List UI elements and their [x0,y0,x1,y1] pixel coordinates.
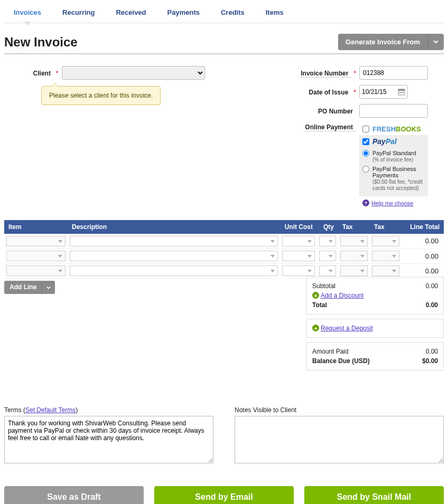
item-select[interactable] [6,236,66,246]
table-row: 0.00 [4,234,444,249]
total-value: 0.00 [426,301,438,309]
online-payment-label: Online Payment [305,123,356,131]
tax2-select[interactable] [372,236,399,246]
date-input[interactable] [362,86,397,98]
po-input[interactable] [359,104,428,118]
description-input[interactable] [70,251,278,261]
set-default-terms-link[interactable]: Set Default Terms [25,406,76,414]
help-me-choose-link[interactable]: Help me choose [371,200,414,206]
plus-icon: + [312,292,319,299]
item-select[interactable] [6,251,66,261]
request-deposit-link[interactable]: Request a Deposit [321,325,373,332]
tab-recurring[interactable]: Recurring [57,4,100,23]
qty-input[interactable] [319,236,336,246]
col-description: Description [68,220,280,234]
send-snail-button[interactable]: Send by Snail Mail [304,486,444,505]
paypal-standard-sub: (% of invoice fee) [372,157,413,163]
po-label: PO Number [318,108,356,115]
help-icon: ? [362,199,369,206]
tab-payments[interactable]: Payments [162,4,205,23]
terms-textarea[interactable] [4,416,213,463]
add-line-button[interactable]: Add Line [4,281,42,294]
invoice-number-label: Invoice Number [301,70,351,78]
tab-received[interactable]: Received [110,4,151,23]
balance-value: $0.00 [422,357,438,365]
total-label: Total [312,301,327,309]
send-email-button[interactable]: Send by Email [154,486,294,505]
qty-input[interactable] [319,265,336,276]
col-tax1: Tax [338,220,370,234]
tab-invoices[interactable]: Invoices [8,4,46,23]
line-total: 0.00 [402,249,444,263]
tax1-select[interactable] [340,265,368,276]
client-tooltip: Please select a client for this invoice. [41,86,161,105]
date-label: Date of Issue [309,89,352,96]
client-select[interactable] [62,66,205,80]
svg-rect-1 [398,89,405,91]
paypal-business-sub: ($0.50 flat fee, *credit cards not accep… [372,179,423,191]
generate-invoice-button[interactable]: Generate Invoice From [338,34,427,50]
description-input[interactable] [70,265,278,276]
terms-label: Terms (Set Default Terms) [4,406,213,414]
freshbooks-checkbox[interactable] [362,126,369,132]
leaf-icon [424,123,425,131]
payment-panel: FRESHBOOKS PayPal PayPal Standard (% of … [359,123,428,210]
amount-paid-label: Amount Paid [312,348,349,355]
col-qty: Qty [317,220,338,234]
required-marker: * [353,88,356,96]
table-row: 0.00 [4,249,444,263]
tax1-select[interactable] [340,251,368,261]
qty-input[interactable] [319,251,336,261]
invoice-number-input[interactable] [359,66,428,80]
freshbooks-logo: FRESHBOOKS [372,125,421,133]
tax2-select[interactable] [372,251,399,261]
paypal-standard-radio[interactable] [362,150,369,157]
svg-rect-2 [399,92,400,93]
notes-label: Notes Visible to Client [235,406,444,414]
tax2-select[interactable] [372,265,399,276]
paypal-logo: PayPal [372,137,397,146]
paypal-checkbox[interactable] [362,138,369,145]
notes-textarea[interactable] [235,416,444,463]
subtotal-label: Subtotal [312,282,335,290]
svg-rect-3 [401,92,402,93]
save-draft-button[interactable]: Save as Draft [4,486,144,505]
svg-rect-4 [403,92,404,93]
chevron-down-icon [46,286,51,290]
amount-paid-value: 0.00 [426,348,438,355]
required-marker: * [353,69,356,77]
nav-tabs: Invoices Recurring Received Payments Cre… [4,0,444,23]
unit-cost-input[interactable] [282,236,315,246]
balance-label: Balance Due (USD) [312,357,370,365]
paypal-business-label: PayPal Business Payments [372,166,416,178]
line-items-table: Item Description Unit Cost Qty Tax Tax L… [4,220,444,279]
table-row: 0.00 [4,263,444,278]
add-line-dropdown[interactable] [42,281,55,294]
tax1-select[interactable] [340,236,368,246]
col-item: Item [4,220,68,234]
col-unit-cost: Unit Cost [280,220,317,234]
chevron-down-icon [433,39,438,44]
generate-invoice-dropdown[interactable] [427,34,444,50]
tab-items[interactable]: Items [260,4,289,23]
tab-credits[interactable]: Credits [216,4,250,23]
unit-cost-input[interactable] [282,251,315,261]
item-select[interactable] [6,265,66,276]
description-input[interactable] [70,236,278,246]
col-tax2: Tax [370,220,402,234]
unit-cost-input[interactable] [282,265,315,276]
paypal-business-radio[interactable] [362,166,369,173]
calendar-icon[interactable] [398,88,405,96]
plus-icon: + [312,325,319,331]
col-line-total: Line Total [402,220,444,234]
subtotal-value: 0.00 [426,282,438,290]
page-title: New Invoice [4,35,78,50]
paypal-standard-label: PayPal Standard [372,150,416,156]
client-label: Client [33,70,54,77]
required-marker: * [56,69,59,77]
totals-panel: Subtotal0.00 +Add a Discount Total0.00 +… [306,277,444,375]
line-total: 0.00 [402,234,444,249]
add-discount-link[interactable]: Add a Discount [321,292,363,299]
